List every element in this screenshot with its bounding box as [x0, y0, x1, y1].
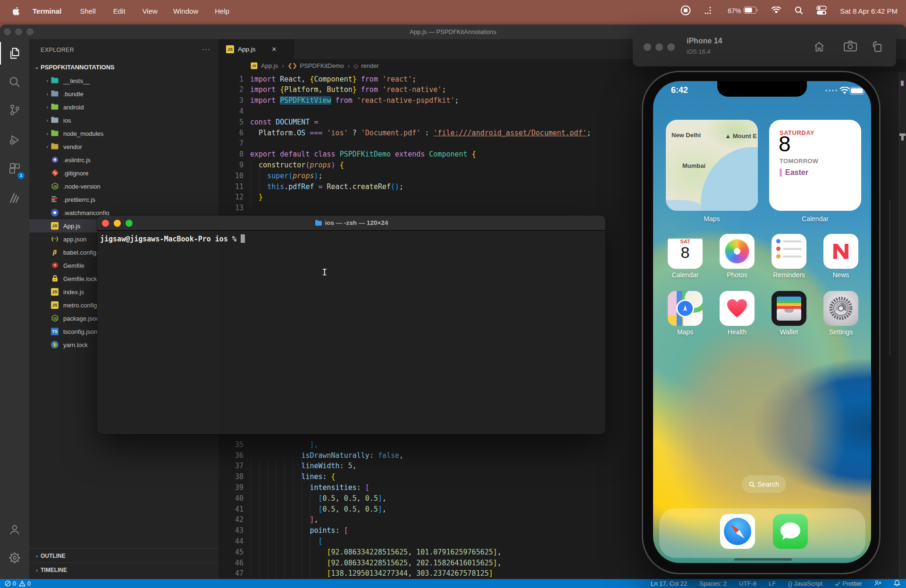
- menu-terminal[interactable]: Terminal: [33, 7, 61, 15]
- simulator-os-version: iOS 16.4: [687, 48, 711, 55]
- yarn-icon: 🐈: [51, 341, 59, 348]
- file-row-.eslintrc.js[interactable]: ›.eslintrc.js: [29, 153, 218, 166]
- sim-minimize-button[interactable]: [655, 43, 663, 51]
- ios-wifi-icon: [839, 87, 850, 97]
- file-row-ios[interactable]: ›ios: [29, 114, 218, 127]
- terminal-title: ios — -zsh — 120×24: [97, 215, 605, 231]
- maps-widget[interactable]: New Delhi ▲ Mount E Mumbai: [666, 120, 758, 211]
- errors-icon[interactable]: 0: [5, 580, 16, 587]
- app-photos-icon[interactable]: [720, 234, 755, 269]
- warnings-icon[interactable]: 0: [19, 580, 31, 587]
- ios-dock: [659, 508, 865, 558]
- file-row-vendor[interactable]: ›vendor: [29, 140, 218, 153]
- file-row-node_modules[interactable]: ›node_modules: [29, 127, 218, 140]
- status-feedback-icon[interactable]: [874, 580, 881, 588]
- js-icon: JS: [51, 222, 59, 230]
- menu-view[interactable]: View: [143, 7, 158, 15]
- menu-bar-clock[interactable]: Sat 8 Apr 6:42 PM: [840, 7, 898, 15]
- app-calendar-icon[interactable]: SAT8: [668, 234, 703, 269]
- status-cursor-position[interactable]: Ln 17, Col 22: [651, 580, 687, 587]
- control-center-icon[interactable]: [816, 6, 827, 17]
- extensions-badge: 1: [17, 172, 25, 179]
- explorer-more-actions-icon[interactable]: ···: [202, 45, 210, 53]
- file-row-.gitignore[interactable]: ›.gitignore: [29, 166, 218, 180]
- spotlight-search-icon[interactable]: [795, 6, 803, 16]
- apple-menu-icon[interactable]: [12, 7, 20, 16]
- file-row-__tests__[interactable]: ›__tests__: [29, 74, 218, 87]
- calendar-widget-label: Calendar: [769, 215, 861, 223]
- sim-rotate-icon[interactable]: [871, 41, 883, 55]
- explorer-root-folder[interactable]: ⌄ PSPDFKITANNOTATIONS: [29, 60, 218, 74]
- activity-accounts-icon[interactable]: [0, 518, 29, 541]
- activity-explorer-icon[interactable]: [0, 42, 29, 65]
- breadcrumb-method-icon: ◇: [353, 62, 358, 69]
- status-eol[interactable]: LF: [769, 580, 776, 587]
- file-row-.node-version[interactable]: ›JS.node-version: [29, 180, 218, 193]
- terminal-window[interactable]: ios — -zsh — 120×24 jigsaw@jigsaws-MacBo…: [97, 215, 605, 434]
- maps-widget-label: Maps: [666, 215, 758, 223]
- activity-settings-gear-icon[interactable]: [0, 547, 29, 569]
- folder-icon: [51, 103, 59, 111]
- json-icon: {··}: [51, 235, 59, 243]
- timeline-section[interactable]: ›TIMELINE: [29, 563, 218, 577]
- activity-source-control-icon[interactable]: [0, 99, 29, 121]
- js-icon: JS: [51, 288, 59, 296]
- spotlight-search-pill[interactable]: Search: [742, 475, 786, 493]
- overview-ruler[interactable]: [899, 72, 906, 588]
- terminal-cursor: [241, 234, 245, 243]
- menu-window[interactable]: Window: [173, 7, 198, 15]
- file-row-.bundle[interactable]: ›.bundle: [29, 87, 218, 100]
- breadcrumb-method[interactable]: render: [361, 62, 379, 69]
- wifi-icon[interactable]: [771, 7, 781, 16]
- app-settings-icon[interactable]: [823, 291, 858, 326]
- code-lines-bottom[interactable]: 35 ], 36 isDrawnNaturally: false, 37 lin…: [225, 439, 502, 579]
- tab-close-icon[interactable]: ✕: [272, 46, 277, 53]
- sim-home-icon[interactable]: [813, 41, 825, 55]
- breadcrumb-file[interactable]: App.js: [261, 62, 278, 69]
- code-lines-top[interactable]: 1import React, {Component} from 'react';…: [225, 74, 591, 214]
- notifications-bell-icon[interactable]: [894, 580, 900, 588]
- battery-percent: 67%: [728, 7, 741, 15]
- sim-zoom-button[interactable]: [667, 43, 675, 51]
- activity-extensions-icon[interactable]: 1: [0, 157, 29, 180]
- status-encoding[interactable]: UTF-8: [739, 580, 756, 587]
- home-indicator[interactable]: [734, 558, 792, 561]
- menu-edit[interactable]: Edit: [113, 7, 126, 15]
- file-row-android[interactable]: ›android: [29, 100, 218, 114]
- app-wallet-label: Wallet: [763, 328, 815, 336]
- status-formatter[interactable]: Prettier: [835, 580, 862, 587]
- menu-help[interactable]: Help: [215, 7, 229, 15]
- menu-shell[interactable]: Shell: [80, 7, 95, 15]
- ts-icon: TS: [51, 328, 59, 335]
- dock-messages-icon[interactable]: [773, 514, 808, 549]
- sim-close-button[interactable]: [644, 43, 651, 51]
- dock-safari-icon[interactable]: [720, 514, 755, 549]
- app-wallet-icon[interactable]: [772, 291, 806, 326]
- app-reminders-icon[interactable]: [772, 234, 806, 269]
- cellular-dots-icon: [825, 90, 837, 91]
- file-row-.prettierrc.js[interactable]: ›.prettierrc.js: [29, 193, 218, 206]
- iphone-screen: 6:42 New Delhi ▲ Mount E Mumbai Maps SAT…: [653, 81, 871, 563]
- activity-run-debug-icon[interactable]: [0, 129, 29, 151]
- outline-section[interactable]: ›OUTLINE: [29, 548, 218, 563]
- status-indentation[interactable]: Spaces: 2: [699, 580, 727, 587]
- activity-pspdfkit-icon[interactable]: [0, 187, 29, 209]
- terminal-body[interactable]: jigsaw@jigsaws-MacBook-Pro ios %: [97, 231, 605, 434]
- app-maps-icon[interactable]: [668, 291, 703, 326]
- app-maps-label: Maps: [659, 328, 711, 336]
- app-calendar-label: Calendar: [659, 271, 711, 279]
- simulator-titlebar[interactable]: iPhone 14 iOS 16.4: [633, 27, 896, 66]
- tab-app-js[interactable]: JS App.js ✕: [218, 39, 294, 59]
- calendar-widget[interactable]: SATURDAY 8 TOMORROW Easter: [769, 120, 861, 211]
- stage-manager-icon[interactable]: [704, 6, 714, 16]
- terminal-titlebar[interactable]: ios — -zsh — 120×24: [97, 215, 605, 231]
- app-health-icon[interactable]: [720, 291, 755, 326]
- app-news-icon[interactable]: [823, 234, 858, 269]
- mouse-ibeam-cursor: I: [322, 267, 327, 277]
- activity-search-icon[interactable]: [0, 71, 29, 93]
- breadcrumb-class[interactable]: PSPDFKitDemo: [300, 62, 344, 69]
- status-language-mode[interactable]: {} JavaScript: [788, 580, 822, 587]
- screen-recording-stop-icon[interactable]: [680, 5, 691, 17]
- breadcrumb-js-icon: JS: [251, 62, 258, 69]
- sim-screenshot-icon[interactable]: [844, 41, 857, 54]
